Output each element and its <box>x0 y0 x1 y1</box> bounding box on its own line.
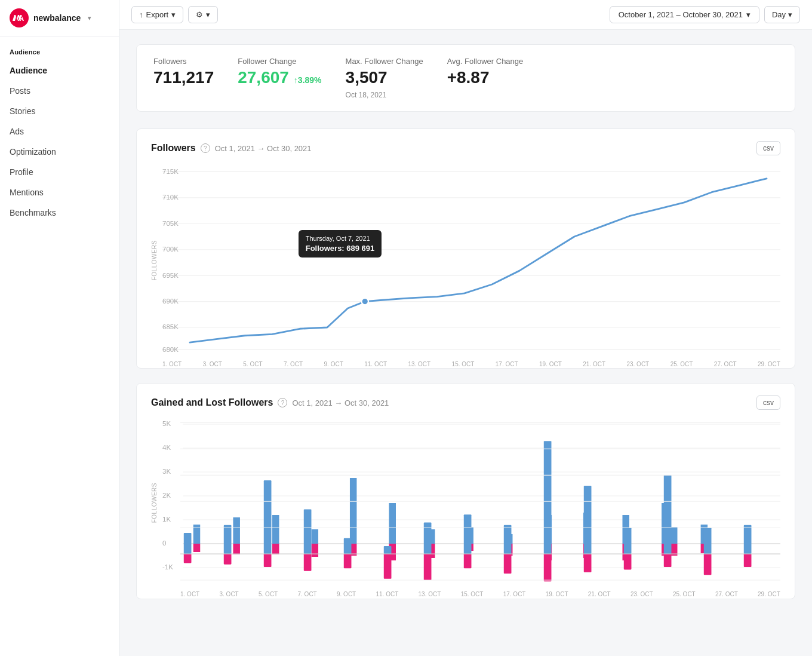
bar-x-tick-15: 29. OCT <box>758 591 780 597</box>
svg-rect-87 <box>704 528 712 554</box>
export-icon: ↑ <box>139 10 143 19</box>
followers-line-chart-container: FOLLOWERS Thursday, Oct 7, 2021 Follower… <box>151 165 780 356</box>
logo-text: newbalance <box>33 13 81 23</box>
sidebar-item-benchmarks-label: Benchmarks <box>10 208 56 217</box>
max-follower-change-date: Oct 18, 2021 <box>346 91 423 99</box>
followers-chart-info-icon[interactable]: ? <box>201 143 210 153</box>
dropdown-arrow[interactable]: ▾ <box>88 14 91 22</box>
sidebar-item-profile[interactable]: Profile <box>0 162 119 182</box>
bar-x-tick-13: 25. OCT <box>673 591 696 597</box>
followers-chart-title: Followers <box>151 143 196 154</box>
export-label: Export <box>146 10 169 19</box>
logo-icon <box>10 8 29 27</box>
x-tick-14: 27. OCT <box>714 361 737 367</box>
bar-x-tick-3: 5. OCT <box>259 591 278 597</box>
gained-lost-chart-area: 5K 4K 3K 2K 1K 0 -1K <box>162 419 780 587</box>
svg-rect-71 <box>384 546 392 554</box>
sidebar-item-posts-label: Posts <box>10 86 30 96</box>
bar-x-tick-4: 7. OCT <box>298 591 317 597</box>
followers-chart-csv-button[interactable]: csv <box>756 141 780 155</box>
sidebar-item-ads[interactable]: Ads <box>0 121 119 142</box>
svg-rect-84 <box>624 554 632 569</box>
max-follower-change-value: 3,507 <box>346 68 423 87</box>
gear-icon: ⚙ <box>196 10 203 19</box>
bar-x-tick-12: 23. OCT <box>630 591 653 597</box>
sidebar-item-audience[interactable]: Audience <box>0 60 119 81</box>
svg-rect-61 <box>184 533 192 554</box>
stats-row: Followers 711,217 Follower Change 27,607… <box>136 44 795 112</box>
svg-rect-78 <box>504 554 512 574</box>
svg-rect-62 <box>184 554 192 563</box>
day-arrow: ▾ <box>788 10 792 19</box>
content: Followers 711,217 Follower Change 27,607… <box>119 30 812 656</box>
topbar-right: October 1, 2021 – October 30, 2021 ▾ Day… <box>610 6 800 23</box>
svg-text:705K: 705K <box>162 220 179 227</box>
gained-lost-chart-info-icon[interactable]: ? <box>278 398 287 407</box>
settings-button[interactable]: ⚙ ▾ <box>188 6 218 23</box>
svg-rect-80 <box>544 554 552 581</box>
gained-lost-x-axis: 1. OCT 3. OCT 5. OCT 7. OCT 9. OCT 11. O… <box>180 588 780 597</box>
x-tick-11: 21. OCT <box>583 361 605 367</box>
x-tick-8: 15. OCT <box>452 361 475 367</box>
bar-x-tick-8: 15. OCT <box>461 591 484 597</box>
x-tick-3: 5. OCT <box>243 361 262 367</box>
svg-text:3K: 3K <box>162 468 171 475</box>
x-tick-10: 19. OCT <box>539 361 562 367</box>
gained-lost-chart-section: Gained and Lost Followers ? Oct 1, 2021 … <box>136 383 795 599</box>
svg-rect-77 <box>504 525 512 554</box>
sidebar-item-profile-label: Profile <box>10 167 33 177</box>
svg-text:690K: 690K <box>162 298 179 305</box>
svg-rect-89 <box>744 525 752 554</box>
x-tick-5: 9. OCT <box>324 361 343 367</box>
followers-value: 711,217 <box>153 68 214 87</box>
sidebar-header: newbalance ▾ <box>0 0 119 36</box>
svg-rect-70 <box>344 554 352 568</box>
sidebar-item-stories[interactable]: Stories <box>0 101 119 121</box>
bar-x-tick-14: 27. OCT <box>715 591 738 597</box>
date-range-button[interactable]: October 1, 2021 – October 30, 2021 ▾ <box>610 6 759 23</box>
followers-chart-area: Thursday, Oct 7, 2021 Followers: 689 691 <box>162 165 780 356</box>
svg-rect-68 <box>304 554 312 571</box>
bar-x-tick-9: 17. OCT <box>503 591 526 597</box>
follower-change-pct: ↑3.89% <box>294 75 322 85</box>
svg-rect-75 <box>464 514 472 554</box>
export-button[interactable]: ↑ Export ▾ <box>131 6 183 23</box>
followers-label: Followers <box>153 57 214 66</box>
sidebar-item-posts[interactable]: Posts <box>0 81 119 101</box>
sidebar-item-optimization-label: Optimization <box>10 147 56 157</box>
svg-text:680K: 680K <box>162 346 179 353</box>
bar-x-tick-7: 13. OCT <box>419 591 441 597</box>
follower-change-value: 27,607 <box>238 68 289 87</box>
svg-rect-81 <box>584 486 592 554</box>
day-button[interactable]: Day ▾ <box>764 6 800 23</box>
x-tick-1: 1. OCT <box>162 361 182 367</box>
stat-followers: Followers 711,217 <box>153 57 214 99</box>
sidebar-item-optimization[interactable]: Optimization <box>0 142 119 162</box>
gained-lost-y-axis-label: FOLLOWERS <box>151 483 158 523</box>
svg-text:-1K: -1K <box>162 564 174 571</box>
gained-lost-bar-chart-container: FOLLOWERS 5K <box>151 419 780 587</box>
followers-chart-section: Followers ? Oct 1, 2021 → Oct 30, 2021 c… <box>136 128 795 369</box>
svg-text:700K: 700K <box>162 246 179 253</box>
sidebar-item-benchmarks[interactable]: Benchmarks <box>0 203 119 223</box>
svg-text:4K: 4K <box>162 445 171 451</box>
gained-lost-chart-header: Gained and Lost Followers ? Oct 1, 2021 … <box>151 396 780 410</box>
date-range-arrow: ▾ <box>746 10 751 19</box>
svg-rect-90 <box>744 554 752 567</box>
avg-follower-change-value: +8.87 <box>447 68 524 87</box>
svg-text:0: 0 <box>162 540 166 547</box>
bar-chart-bars: 5K 4K 3K 2K 1K 0 -1K <box>180 419 780 587</box>
export-arrow: ▾ <box>171 10 176 19</box>
svg-rect-73 <box>424 522 432 554</box>
x-tick-4: 7. OCT <box>284 361 303 367</box>
gained-lost-chart-title-row: Gained and Lost Followers ? Oct 1, 2021 … <box>151 397 389 408</box>
x-tick-2: 3. OCT <box>203 361 222 367</box>
day-label: Day <box>772 10 786 19</box>
stat-max-follower-change: Max. Follower Change 3,507 Oct 18, 2021 <box>346 57 423 99</box>
gained-lost-chart-csv-button[interactable]: csv <box>756 396 780 410</box>
svg-rect-79 <box>544 441 552 554</box>
svg-text:1K: 1K <box>162 516 171 523</box>
sidebar-item-mentions[interactable]: Mentions <box>0 182 119 203</box>
svg-rect-66 <box>264 554 272 567</box>
bar-x-tick-10: 19. OCT <box>546 591 568 597</box>
